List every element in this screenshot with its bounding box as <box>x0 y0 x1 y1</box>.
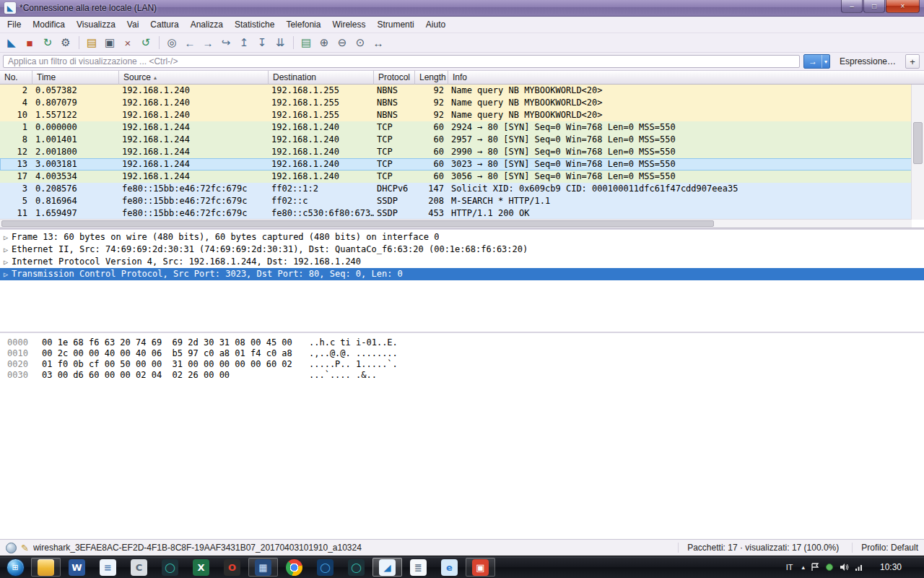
hscrollbar-thumb[interactable] <box>1 220 714 227</box>
expert-info-icon[interactable] <box>6 543 17 553</box>
start-capture-icon[interactable]: ◣ <box>3 35 20 51</box>
resize-columns-icon[interactable]: ↔ <box>370 35 387 51</box>
menu-item[interactable]: Vai <box>121 17 144 33</box>
taskbar-teal-app2-button[interactable]: ◯ <box>341 558 371 577</box>
zoom-100-icon[interactable]: ⊙ <box>352 35 369 51</box>
profile-label[interactable]: Profilo: Default <box>852 543 918 553</box>
language-indicator[interactable]: IT <box>783 561 796 573</box>
packet-row[interactable]: 1 0.000000 192.168.1.244 192.168.1.240 T… <box>0 121 924 134</box>
detail-row[interactable]: ▷ Frame 13: 60 bytes on wire (480 bits),… <box>0 231 924 243</box>
packet-row[interactable]: 17 4.003534 192.168.1.244 192.168.1.240 … <box>0 171 924 183</box>
reload-file-icon[interactable]: ↺ <box>137 35 154 51</box>
tray-action-center-icon[interactable] <box>811 563 819 571</box>
packet-row[interactable]: 4 0.807079 192.168.1.240 192.168.1.255 N… <box>0 97 924 109</box>
zoom-out-icon[interactable]: ⊖ <box>334 35 351 51</box>
taskbar-wordpad-button[interactable]: ≡ <box>93 558 123 577</box>
find-packet-icon[interactable]: ◎ <box>163 35 180 51</box>
detail-row[interactable]: ▷ Ethernet II, Src: 74:69:69:2d:30:31 (7… <box>0 243 924 256</box>
capture-comment-icon[interactable]: ✎ <box>21 543 29 553</box>
column-header-time[interactable]: Time <box>32 71 119 85</box>
taskbar-notepad-button[interactable]: ≣ <box>404 558 433 577</box>
menu-item[interactable]: Visualizza <box>71 17 121 33</box>
colorize-icon[interactable]: ▤ <box>297 35 315 51</box>
packet-row[interactable]: 2 0.057382 192.168.1.240 192.168.1.255 N… <box>0 85 924 97</box>
hex-line[interactable]: 0010 00 2c 00 00 40 00 40 06 b5 97 c0 a8… <box>0 348 924 359</box>
back-icon[interactable]: ← <box>181 35 199 51</box>
packet-list-vscrollbar[interactable] <box>911 85 924 220</box>
open-file-icon[interactable]: ▤ <box>83 35 100 51</box>
taskbar-gray-app-button[interactable]: C <box>124 558 154 577</box>
column-header-source[interactable]: Source ▴ <box>119 71 269 85</box>
minimize-button[interactable]: – <box>841 0 863 13</box>
taskbar-excel-button[interactable]: X <box>186 558 216 577</box>
taskbar-word-button[interactable]: W <box>62 558 92 577</box>
menu-item[interactable]: Modifica <box>27 17 71 33</box>
menu-item[interactable]: File <box>1 17 27 33</box>
hex-line[interactable]: 0020 01 f0 0b cf 00 50 00 00 31 00 00 00… <box>0 359 924 370</box>
close-file-icon[interactable]: × <box>119 35 136 51</box>
maximize-button[interactable]: □ <box>863 0 885 13</box>
hex-line[interactable]: 0000 00 1e 68 f6 63 20 74 69 69 2d 30 31… <box>0 337 924 348</box>
add-filter-button[interactable]: + <box>905 54 920 69</box>
stop-capture-icon[interactable]: ■ <box>21 35 38 51</box>
packet-row[interactable]: 10 1.557122 192.168.1.240 192.168.1.255 … <box>0 109 924 121</box>
column-header-info[interactable]: Info <box>448 71 924 85</box>
vscrollbar-thumb[interactable] <box>913 122 923 164</box>
first-packet-icon[interactable]: ↥ <box>235 35 253 51</box>
filter-history-caret-icon[interactable]: ▾ <box>821 55 829 68</box>
taskbar-chrome-button[interactable] <box>279 558 309 577</box>
packet-source: fe80::15bb:e46:72fc:679c <box>119 207 269 220</box>
menu-item[interactable]: Statistiche <box>229 17 280 33</box>
taskbar-opera-button[interactable]: O <box>217 558 247 577</box>
last-packet-icon[interactable]: ↧ <box>253 35 271 51</box>
column-header-protocol[interactable]: Protocol <box>374 71 415 85</box>
packet-row[interactable]: 11 1.659497 fe80::15bb:e46:72fc:679c fe8… <box>0 207 924 220</box>
expand-arrow-icon[interactable]: ▷ <box>0 243 12 256</box>
tray-volume-icon[interactable] <box>840 563 849 571</box>
start-button[interactable]: ⊞ <box>0 556 30 578</box>
tray-status-icon[interactable] <box>825 563 834 571</box>
packet-row[interactable]: 13 3.003181 192.168.1.244 192.168.1.240 … <box>0 158 924 171</box>
taskbar-ie-button[interactable]: e <box>435 558 464 577</box>
goto-packet-icon[interactable]: ↪ <box>217 35 235 51</box>
menu-item[interactable]: Telefonia <box>280 17 326 33</box>
expand-arrow-icon[interactable]: ▷ <box>0 231 12 243</box>
display-filter-input[interactable] <box>3 55 800 68</box>
forward-icon[interactable]: → <box>199 35 217 51</box>
taskbar-grid-app-button[interactable]: ▦ <box>248 558 278 577</box>
zoom-in-icon[interactable]: ⊕ <box>315 35 333 51</box>
packet-row[interactable]: 12 2.001800 192.168.1.244 192.168.1.240 … <box>0 146 924 158</box>
expand-arrow-icon[interactable]: ▷ <box>0 256 12 268</box>
taskbar-explorer-button[interactable] <box>31 558 61 577</box>
taskbar-blue-app-button[interactable]: ◯ <box>310 558 340 577</box>
restart-capture-icon[interactable]: ↻ <box>39 35 56 51</box>
hidden-icons-chevron-icon[interactable]: ▴ <box>801 564 805 571</box>
column-header-length[interactable]: Length <box>415 71 448 85</box>
clock[interactable]: 10:30 <box>870 562 907 572</box>
packet-row[interactable]: 3 0.208576 fe80::15bb:e46:72fc:679c ff02… <box>0 183 924 195</box>
column-header-no[interactable]: No. <box>0 71 32 85</box>
menu-item[interactable]: Aiuto <box>420 17 451 33</box>
tray-network-icon[interactable] <box>855 563 864 571</box>
detail-row[interactable]: ▷ Internet Protocol Version 4, Src: 192.… <box>0 256 924 268</box>
packet-list-hscrollbar[interactable] <box>0 219 912 228</box>
column-header-destination[interactable]: Destination <box>269 71 374 85</box>
menu-item[interactable]: Strumenti <box>371 17 419 33</box>
packet-row[interactable]: 8 1.001401 192.168.1.244 192.168.1.240 T… <box>0 134 924 146</box>
save-file-icon[interactable]: ▣ <box>101 35 118 51</box>
menu-item[interactable]: Cattura <box>144 17 184 33</box>
taskbar-teal-app-button[interactable]: ◯ <box>155 558 185 577</box>
detail-row[interactable]: ▷ Transmission Control Protocol, Src Por… <box>0 268 924 280</box>
capture-options-icon[interactable]: ⚙ <box>57 35 74 51</box>
expand-arrow-icon[interactable]: ▷ <box>0 268 12 280</box>
packet-row[interactable]: 5 0.816964 fe80::15bb:e46:72fc:679c ff02… <box>0 195 924 207</box>
taskbar-red-app-button[interactable]: ▣ <box>466 558 495 577</box>
expression-button[interactable]: Espressione… <box>834 56 902 66</box>
close-button[interactable]: × <box>886 0 920 13</box>
taskbar-wireshark-button[interactable]: ◢ <box>372 558 402 577</box>
autoscroll-icon[interactable]: ⇊ <box>271 35 289 51</box>
menu-item[interactable]: Wireless <box>326 17 371 33</box>
apply-filter-button[interactable]: → ▾ <box>803 54 830 69</box>
menu-item[interactable]: Analizza <box>185 17 229 33</box>
hex-line[interactable]: 0030 03 00 d6 60 00 00 02 04 02 26 00 00… <box>0 370 924 381</box>
